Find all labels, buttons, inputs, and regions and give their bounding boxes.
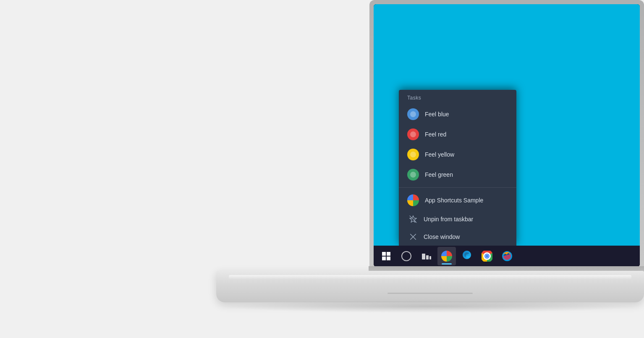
context-menu-item-unpin[interactable]: Unpin from taskbar — [399, 210, 516, 228]
chrome-icon — [482, 251, 492, 262]
laptop-base — [216, 271, 644, 302]
taskbar-taskview-button[interactable] — [417, 247, 436, 265]
taskbar-app-shortcuts-icon — [441, 251, 452, 262]
taskbar-cortana-button[interactable] — [397, 247, 416, 265]
edge-icon — [461, 250, 472, 262]
context-menu-item-feel-yellow[interactable]: Feel yellow — [399, 144, 516, 165]
context-menu-item-feel-red[interactable]: Feel red — [399, 124, 516, 144]
context-menu-item-app-name[interactable]: App Shortcuts Sample — [399, 190, 516, 210]
laptop-screen-inner: Tasks Feel blue Feel red Feel — [374, 4, 640, 267]
context-menu-header: Tasks — [399, 90, 516, 104]
app-name-label: App Shortcuts Sample — [425, 197, 483, 204]
taskbar-chrome-button[interactable] — [478, 247, 496, 265]
laptop-base-shine — [229, 275, 631, 279]
taskbar-firefox-button[interactable] — [498, 247, 516, 265]
close-window-label: Close window — [424, 233, 460, 240]
taskbar — [374, 246, 640, 267]
feel-red-label: Feel red — [425, 131, 446, 138]
context-menu-separator-1 — [399, 187, 516, 188]
feel-yellow-icon — [407, 149, 419, 160]
laptop-base-line — [387, 293, 473, 294]
laptop-screen-bezel: Tasks Feel blue Feel red Feel — [369, 0, 644, 271]
firefox-icon — [502, 251, 513, 262]
context-menu-item-close[interactable]: Close window — [399, 228, 516, 246]
context-menu-item-feel-green[interactable]: Feel green — [399, 165, 516, 185]
context-menu: Tasks Feel blue Feel red Feel — [399, 90, 516, 246]
svg-point-4 — [466, 256, 470, 258]
feel-yellow-label: Feel yellow — [425, 151, 454, 158]
taskview-icon — [422, 253, 431, 259]
app-shortcuts-icon — [407, 194, 419, 206]
context-menu-item-feel-blue[interactable]: Feel blue — [399, 104, 516, 124]
windows-logo-icon — [382, 252, 390, 260]
unpin-label: Unpin from taskbar — [424, 216, 473, 223]
feel-green-icon — [407, 169, 419, 181]
taskbar-app-shortcuts-button[interactable] — [437, 247, 456, 265]
close-window-icon — [408, 232, 418, 241]
feel-green-label: Feel green — [425, 171, 453, 178]
feel-red-icon — [407, 128, 419, 140]
laptop-shadow — [218, 300, 640, 313]
feel-blue-label: Feel blue — [425, 111, 449, 118]
taskbar-start-button[interactable] — [377, 247, 395, 265]
feel-blue-icon — [407, 108, 419, 120]
taskbar-edge-button[interactable] — [458, 247, 476, 265]
svg-point-8 — [486, 255, 489, 258]
unpin-icon — [408, 215, 418, 224]
cortana-icon — [401, 251, 411, 261]
